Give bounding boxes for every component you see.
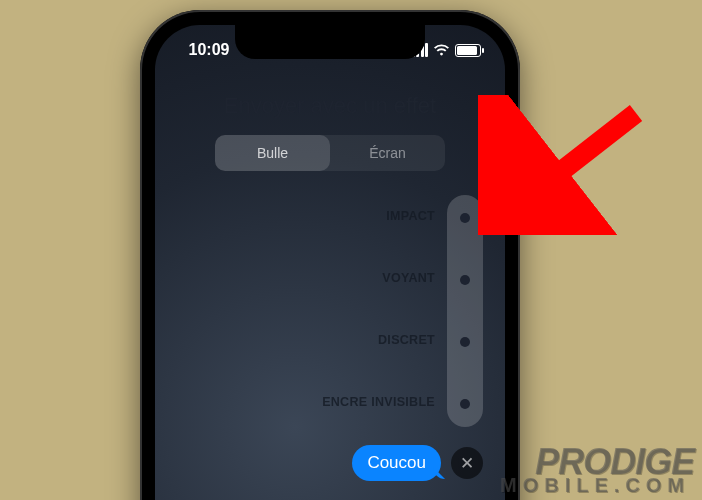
effect-dot-loud[interactable] <box>460 275 470 285</box>
screen: 10:09 Envoyer avec un effet Bulle Écran … <box>155 25 505 500</box>
tab-bubble[interactable]: Bulle <box>215 135 330 171</box>
watermark-line2: MOBILE.COM <box>500 476 690 494</box>
tab-screen[interactable]: Écran <box>330 135 445 171</box>
effect-label-invisible: ENCRE INVISIBLE <box>322 395 435 409</box>
wifi-icon <box>433 44 450 57</box>
notch <box>235 25 425 59</box>
effect-label-impact: IMPACT <box>386 209 435 223</box>
effect-dot-invisible[interactable] <box>460 399 470 409</box>
status-time: 10:09 <box>179 41 239 59</box>
effect-label-gentle: DISCRET <box>378 333 435 347</box>
svg-line-1 <box>518 113 636 205</box>
close-icon: ✕ <box>460 455 474 472</box>
annotation-arrow-icon <box>478 95 658 235</box>
close-button[interactable]: ✕ <box>451 447 483 479</box>
message-bubble: Coucou <box>352 445 441 481</box>
effect-dot-gentle[interactable] <box>460 337 470 347</box>
watermark: PRODIGE MOBILE.COM <box>500 446 694 494</box>
effect-tabs: Bulle Écran <box>215 135 445 171</box>
effect-label-loud: VOYANT <box>382 271 435 285</box>
iphone-frame: 10:09 Envoyer avec un effet Bulle Écran … <box>140 10 520 500</box>
effect-dot-impact[interactable] <box>460 213 470 223</box>
battery-icon <box>455 44 481 57</box>
page-title: Envoyer avec un effet <box>155 93 505 119</box>
